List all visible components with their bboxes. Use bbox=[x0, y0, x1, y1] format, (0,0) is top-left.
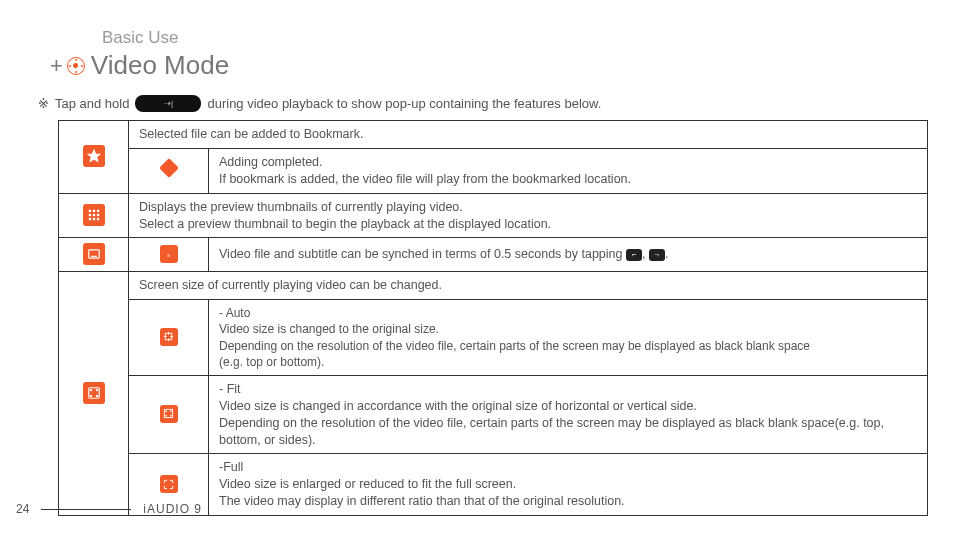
svg-point-15 bbox=[96, 390, 97, 391]
full-desc: -Full Video size is enlarged or reduced … bbox=[209, 454, 928, 516]
svg-point-25 bbox=[170, 411, 171, 412]
features-table: Selected file can be added to Bookmark. … bbox=[58, 120, 928, 516]
screen-size-icon bbox=[83, 382, 105, 404]
reference-mark: ※ bbox=[38, 96, 49, 111]
fit-desc: - Fit Video size is changed in accordanc… bbox=[209, 375, 928, 454]
svg-point-16 bbox=[90, 396, 91, 397]
svg-rect-2 bbox=[92, 210, 94, 212]
thumbnails-icon bbox=[83, 204, 105, 226]
svg-marker-0 bbox=[88, 151, 100, 162]
svg-rect-4 bbox=[88, 214, 90, 216]
bookmark-desc: Selected file can be added to Bookmark. bbox=[129, 121, 928, 149]
svg-point-26 bbox=[166, 416, 167, 417]
page-number: 24 bbox=[16, 502, 29, 516]
video-mode-icon bbox=[67, 57, 85, 75]
title-row: + Video Mode bbox=[50, 50, 920, 81]
svg-rect-6 bbox=[96, 214, 98, 216]
full-size-icon bbox=[160, 475, 178, 493]
hold-button-icon: ⇢| bbox=[135, 95, 201, 112]
table-row: - Auto Video size is changed to the orig… bbox=[59, 300, 928, 376]
auto-size-icon bbox=[160, 328, 178, 346]
page-title: Video Mode bbox=[91, 50, 229, 81]
svg-point-17 bbox=[96, 396, 97, 397]
svg-rect-8 bbox=[92, 218, 94, 220]
sync-sep: , bbox=[642, 247, 649, 261]
intro-after: during video playback to show pop-up con… bbox=[207, 96, 601, 111]
left-key-icon: ⌐ bbox=[626, 249, 642, 261]
intro-line: ※ Tap and hold ⇢| during video playback … bbox=[38, 95, 920, 112]
right-key-icon: ¬ bbox=[649, 249, 665, 261]
table-row: s Video file and subtitle can be synched… bbox=[59, 238, 928, 272]
svg-rect-7 bbox=[88, 218, 90, 220]
thumbnails-desc: Displays the preview thumbnails of curre… bbox=[129, 193, 928, 238]
table-row: Selected file can be added to Bookmark. bbox=[59, 121, 928, 149]
svg-rect-5 bbox=[92, 214, 94, 216]
table-row: - Fit Video size is changed in accordanc… bbox=[59, 375, 928, 454]
table-row: Screen size of currently playing video c… bbox=[59, 272, 928, 300]
svg-point-14 bbox=[90, 390, 91, 391]
table-row: Adding completed. If bookmark is added, … bbox=[59, 148, 928, 193]
subtitle-sync-icon bbox=[83, 243, 105, 265]
svg-rect-1 bbox=[88, 210, 90, 212]
svg-text:s: s bbox=[167, 251, 170, 257]
svg-point-27 bbox=[170, 416, 171, 417]
sync-text-after: . bbox=[665, 247, 668, 261]
bookmark-icon bbox=[83, 145, 105, 167]
sync-desc: Video file and subtitle can be synched i… bbox=[209, 238, 928, 272]
footer-divider bbox=[41, 509, 131, 510]
sync-set-icon: s bbox=[160, 245, 178, 263]
table-row: Displays the preview thumbnails of curre… bbox=[59, 193, 928, 238]
diamond-icon bbox=[159, 158, 179, 178]
bookmark-sub-desc: Adding completed. If bookmark is added, … bbox=[209, 148, 928, 193]
intro-before: Tap and hold bbox=[55, 96, 129, 111]
section-label: Basic Use bbox=[102, 28, 920, 48]
auto-desc: - Auto Video size is changed to the orig… bbox=[209, 300, 928, 376]
screen-desc: Screen size of currently playing video c… bbox=[129, 272, 928, 300]
sync-text-before: Video file and subtitle can be synched i… bbox=[219, 247, 626, 261]
svg-rect-9 bbox=[96, 218, 98, 220]
svg-point-24 bbox=[166, 411, 167, 412]
fit-size-icon bbox=[160, 405, 178, 423]
plus-icon: + bbox=[50, 53, 63, 79]
brand-label: iAUDIO 9 bbox=[143, 502, 202, 516]
footer: 24 iAUDIO 9 bbox=[16, 502, 202, 516]
svg-rect-3 bbox=[96, 210, 98, 212]
